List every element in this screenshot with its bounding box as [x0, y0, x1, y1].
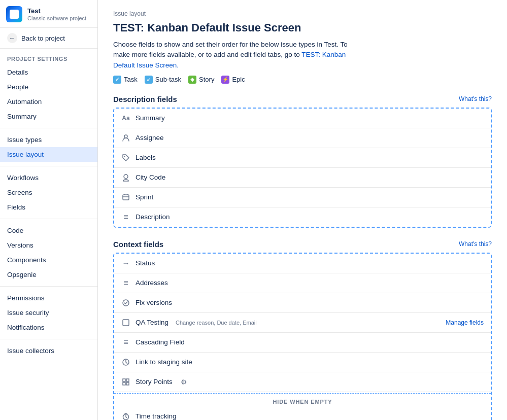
summary-label: Summary	[136, 114, 165, 122]
context-fields-container: → Status ≡ Addresses Fix versions QA Tes…	[113, 253, 492, 420]
time-tracking-icon	[121, 412, 130, 420]
task-label: Task	[124, 76, 138, 83]
sidebar-item-issue-types[interactable]: Issue types	[0, 132, 97, 147]
back-to-project-button[interactable]: ← Back to project	[0, 28, 97, 49]
description-label: Description	[136, 213, 170, 221]
sidebar-item-details[interactable]: Details	[0, 65, 97, 80]
addresses-label: Addresses	[136, 279, 168, 287]
divider-2	[0, 166, 97, 166]
status-icon: →	[121, 259, 130, 268]
story-points-icon	[121, 377, 130, 387]
svg-point-1	[124, 156, 125, 157]
task-icon: ✓	[113, 76, 121, 84]
svg-rect-2	[123, 195, 129, 200]
summary-icon: Aa	[121, 114, 130, 123]
sidebar-project-info: Test Classic software project	[27, 7, 86, 21]
svg-point-0	[124, 135, 127, 138]
field-row-summary[interactable]: Aa Summary	[114, 109, 491, 128]
story-points-extra-icon: ⚙	[181, 378, 187, 386]
field-row-addresses[interactable]: ≡ Addresses	[114, 273, 491, 293]
epic-label: Epic	[232, 76, 245, 83]
svg-rect-9	[126, 382, 129, 385]
addresses-icon: ≡	[121, 278, 130, 288]
field-row-link-to-staging[interactable]: Link to staging site	[114, 353, 491, 372]
field-row-cascading-field[interactable]: ≡ Cascading Field	[114, 333, 491, 353]
svg-rect-7	[126, 379, 129, 381]
epic-icon: ⚡	[221, 76, 229, 84]
sidebar-item-people[interactable]: People	[0, 80, 97, 94]
field-row-description[interactable]: ≡ Description	[114, 207, 491, 227]
labels-icon	[121, 153, 130, 162]
description-fields-header: Description fields What's this?	[113, 95, 492, 103]
svg-rect-6	[123, 379, 125, 381]
sidebar-item-notifications[interactable]: Notifications	[0, 320, 97, 335]
field-row-city-code[interactable]: City Code	[114, 168, 491, 188]
sidebar-item-screens[interactable]: Screens	[0, 185, 97, 200]
cascading-field-icon: ≡	[121, 338, 130, 347]
labels-label: Labels	[136, 154, 156, 161]
subtask-label: Sub-task	[155, 76, 181, 83]
qa-testing-label: QA Testing	[136, 319, 168, 326]
svg-rect-4	[123, 320, 129, 326]
field-row-sprint[interactable]: Sprint	[114, 188, 491, 207]
sidebar-item-issue-layout[interactable]: Issue layout	[0, 147, 97, 162]
qa-testing-icon	[121, 318, 130, 327]
subtask-icon: ↙	[145, 76, 153, 84]
hide-when-empty-label: HIDE WHEN EMPTY	[114, 393, 491, 407]
assignee-label: Assignee	[136, 134, 164, 142]
sidebar-item-fields[interactable]: Fields	[0, 200, 97, 215]
qa-testing-tags: Change reason, Due date, Email	[176, 320, 257, 326]
page-title: TEST: Kanban Default Issue Screen	[113, 21, 492, 34]
city-code-label: City Code	[136, 173, 165, 181]
story-icon: ◈	[188, 76, 196, 84]
sprint-label: Sprint	[136, 193, 153, 201]
field-row-status[interactable]: → Status	[114, 254, 491, 273]
field-row-story-points[interactable]: Story Points ⚙	[114, 372, 491, 392]
issue-type-subtask: ↙ Sub-task	[145, 76, 181, 84]
project-type: Classic software project	[27, 15, 86, 21]
main-content: Issue layout TEST: Kanban Default Issue …	[98, 0, 507, 420]
sidebar-item-components[interactable]: Components	[0, 253, 97, 267]
sidebar-item-issue-collectors[interactable]: Issue collectors	[0, 343, 97, 358]
sidebar-header: Test Classic software project	[0, 0, 97, 28]
status-label: Status	[136, 259, 155, 267]
page-description: Choose fields to show and set their orde…	[113, 40, 357, 71]
sprint-icon	[121, 193, 130, 202]
manage-fields-link[interactable]: Manage fields	[446, 319, 484, 326]
field-row-qa-testing[interactable]: QA Testing Change reason, Due date, Emai…	[114, 313, 491, 333]
sidebar-item-summary[interactable]: Summary	[0, 109, 97, 124]
back-to-project-label: Back to project	[21, 34, 65, 42]
description-fields-whats-this[interactable]: What's this?	[459, 95, 492, 102]
sidebar-item-code[interactable]: Code	[0, 223, 97, 238]
sidebar-item-issue-security[interactable]: Issue security	[0, 305, 97, 320]
story-points-label: Story Points	[136, 378, 173, 386]
story-label: Story	[199, 76, 214, 83]
link-to-staging-label: Link to staging site	[136, 358, 192, 366]
project-settings-title: Project settings	[0, 49, 97, 65]
description-fields-title: Description fields	[113, 95, 177, 103]
sidebar-item-workflows[interactable]: Workflows	[0, 170, 97, 185]
back-icon: ←	[7, 33, 17, 43]
context-fields-whats-this[interactable]: What's this?	[459, 240, 492, 248]
issue-type-epic: ⚡ Epic	[221, 76, 245, 84]
field-row-assignee[interactable]: Assignee	[114, 128, 491, 148]
sidebar-item-versions[interactable]: Versions	[0, 238, 97, 253]
sidebar-item-permissions[interactable]: Permissions	[0, 291, 97, 305]
breadcrumb: Issue layout	[113, 10, 492, 17]
sidebar: Test Classic software project ← Back to …	[0, 0, 98, 420]
issue-type-task: ✓ Task	[113, 76, 138, 84]
divider-1	[0, 128, 97, 128]
description-fields-container: Aa Summary Assignee Labels City Code S	[113, 108, 492, 228]
field-row-labels[interactable]: Labels	[114, 148, 491, 168]
city-code-icon	[121, 173, 130, 182]
sidebar-item-automation[interactable]: Automation	[0, 94, 97, 109]
divider-4	[0, 286, 97, 287]
time-tracking-label: Time tracking	[136, 412, 177, 420]
divider-5	[0, 339, 97, 339]
sidebar-item-opsgenie[interactable]: Opsgenie	[0, 267, 97, 282]
project-logo	[6, 6, 22, 22]
link-to-staging-icon	[121, 358, 130, 367]
field-row-time-tracking[interactable]: Time tracking	[114, 407, 491, 420]
issue-types-row: ✓ Task ↙ Sub-task ◈ Story ⚡ Epic	[113, 76, 492, 84]
field-row-fix-versions[interactable]: Fix versions	[114, 293, 491, 313]
